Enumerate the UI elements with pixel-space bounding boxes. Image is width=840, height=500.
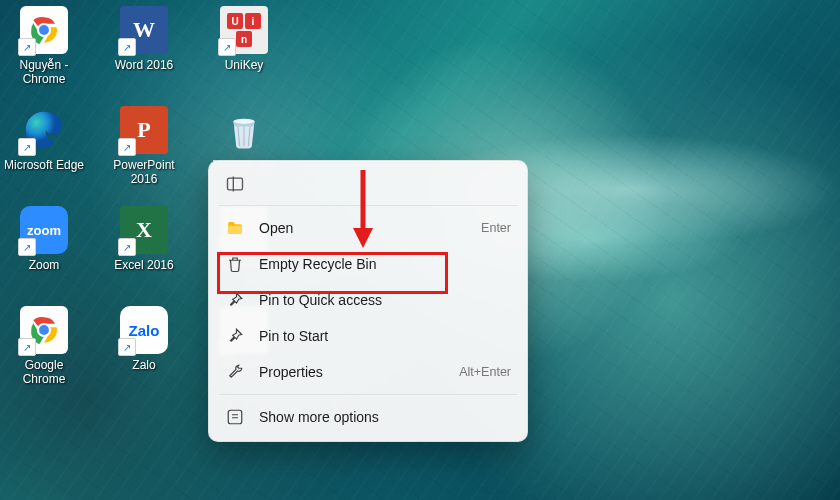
desktop-icon-label: Word 2016 (115, 58, 173, 72)
desktop-icon-chrome[interactable]: ↗ Google Chrome (0, 300, 88, 400)
shortcut-arrow-icon: ↗ (18, 338, 36, 356)
menu-item-shortcut: Enter (481, 221, 511, 235)
powerpoint-icon: P (137, 117, 150, 143)
rename-icon[interactable] (225, 174, 245, 194)
desktop-icon-zalo[interactable]: Zalo ↗ Zalo (100, 300, 188, 400)
desktop-icon-label: Google Chrome (2, 358, 86, 386)
pin-icon (225, 290, 245, 310)
menu-item-label: Properties (259, 364, 459, 380)
menu-separator (219, 394, 517, 395)
desktop-icon-label: Nguyễn - Chrome (2, 58, 86, 86)
menu-item-empty-recycle-bin[interactable]: Empty Recycle Bin (215, 246, 521, 282)
unikey-icon: i (245, 13, 261, 29)
shortcut-arrow-icon: ↗ (18, 238, 36, 256)
unikey-icon: n (236, 31, 252, 47)
excel-icon: X (136, 217, 152, 243)
menu-item-label: Pin to Quick access (259, 292, 511, 308)
shortcut-arrow-icon: ↗ (118, 338, 136, 356)
shortcut-arrow-icon: ↗ (18, 138, 36, 156)
desktop-icon-nguyen-chrome[interactable]: ↗ Nguyễn - Chrome (0, 0, 88, 100)
zoom-icon: zoom (27, 223, 61, 238)
shortcut-arrow-icon: ↗ (18, 38, 36, 56)
wrench-icon (225, 362, 245, 382)
svg-rect-8 (228, 410, 242, 424)
svg-rect-7 (228, 178, 243, 190)
desktop-icon-label: Zalo (132, 358, 155, 372)
desktop-icon-label: Zoom (29, 258, 60, 272)
menu-item-pin-quick-access[interactable]: Pin to Quick access (215, 282, 521, 318)
pin-icon (225, 326, 245, 346)
more-options-icon (225, 407, 245, 427)
svg-point-6 (234, 119, 255, 124)
desktop-icon-empty (0, 400, 88, 500)
desktop-icon-label: Excel 2016 (114, 258, 173, 272)
folder-icon (225, 218, 245, 238)
menu-item-pin-start[interactable]: Pin to Start (215, 318, 521, 354)
menu-separator (219, 205, 517, 206)
zalo-icon: Zalo (129, 322, 160, 339)
context-menu: Open Enter Empty Recycle Bin Pin to Quic… (208, 160, 528, 442)
desktop-icon-label: UniKey (225, 58, 264, 72)
menu-item-show-more-options[interactable]: Show more options (215, 399, 521, 435)
desktop-icon-label: Microsoft Edge (4, 158, 84, 172)
shortcut-arrow-icon: ↗ (218, 38, 236, 56)
desktop-icon-powerpoint[interactable]: P ↗ PowerPoint 2016 (100, 100, 188, 200)
menu-item-properties[interactable]: Properties Alt+Enter (215, 354, 521, 390)
desktop-icon-unikey[interactable]: U i n ↗ UniKey (200, 0, 288, 100)
svg-point-4 (39, 325, 49, 335)
desktop-icon-zoom[interactable]: zoom ↗ Zoom (0, 200, 88, 300)
menu-item-label: Empty Recycle Bin (259, 256, 511, 272)
menu-item-open[interactable]: Open Enter (215, 210, 521, 246)
unikey-icon: U (227, 13, 243, 29)
shortcut-arrow-icon: ↗ (118, 38, 136, 56)
menu-item-shortcut: Alt+Enter (459, 365, 511, 379)
svg-point-1 (39, 25, 49, 35)
desktop-icon-word[interactable]: W ↗ Word 2016 (100, 0, 188, 100)
desktop-icon-empty (100, 400, 188, 500)
desktop-icon-excel[interactable]: X ↗ Excel 2016 (100, 200, 188, 300)
shortcut-arrow-icon: ↗ (118, 238, 136, 256)
shortcut-arrow-icon: ↗ (118, 138, 136, 156)
menu-item-label: Pin to Start (259, 328, 511, 344)
desktop-icon-label: PowerPoint 2016 (102, 158, 186, 186)
menu-item-label: Open (259, 220, 481, 236)
recycle-bin-icon (223, 109, 265, 151)
desktop-icon-msedge[interactable]: ↗ Microsoft Edge (0, 100, 88, 200)
menu-item-label: Show more options (259, 409, 511, 425)
word-icon: W (133, 17, 155, 43)
trash-icon (225, 254, 245, 274)
desktop-wallpaper[interactable]: ↗ Nguyễn - Chrome ↗ Microsoft Edge zoom … (0, 0, 840, 500)
context-menu-toolbar (215, 167, 521, 201)
